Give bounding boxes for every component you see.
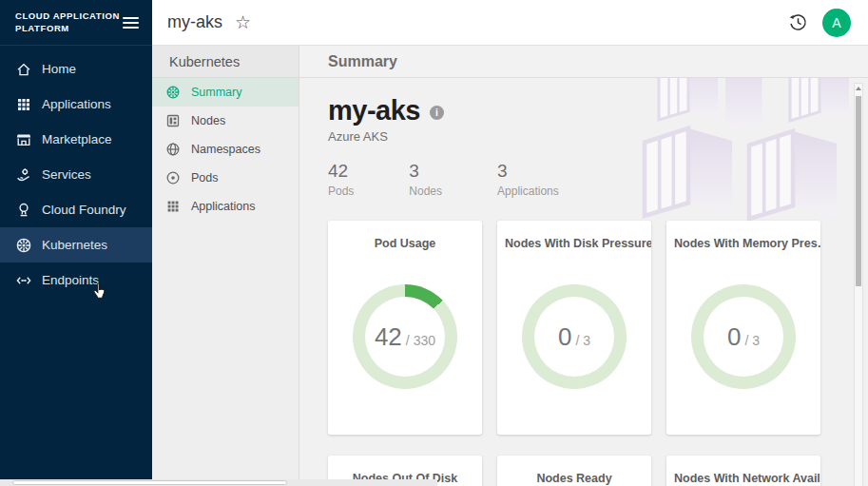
subnav-item-label: Summary xyxy=(191,86,241,99)
sidebar-item-label: Marketplace xyxy=(42,132,112,146)
history-icon[interactable] xyxy=(788,12,808,32)
stat-nodes: 3 Nodes xyxy=(409,161,442,198)
subnav-item-pods[interactable]: Pods xyxy=(152,164,299,192)
grid-icon xyxy=(165,199,181,214)
avatar-initial: A xyxy=(832,15,840,30)
stat-applications: 3 Applications xyxy=(497,161,559,198)
summary-content: my-aks i Azure AKS 42 Pods 3 Nodes 3 App… xyxy=(299,78,868,486)
sidebar-item-kubernetes[interactable]: Kubernetes xyxy=(0,227,152,262)
subnav-item-label: Pods xyxy=(191,171,219,185)
kubernetes-subnav: Kubernetes Summary Nodes Namespaces Pods… xyxy=(152,46,299,486)
sidebar-item-label: Services xyxy=(42,167,91,182)
logo-band: CLOUD APPLICATION PLATFORM xyxy=(0,0,152,46)
stat-value: 42 xyxy=(328,161,354,182)
sidebar-item-label: Cloud Foundry xyxy=(42,203,126,217)
cluster-stats: 42 Pods 3 Nodes 3 Applications xyxy=(299,161,868,198)
hamburger-menu-icon[interactable] xyxy=(123,14,139,31)
donut-value: 42 xyxy=(375,322,402,352)
logo-line2: PLATFORM xyxy=(15,23,120,34)
sidebar-item-label: Kubernetes xyxy=(42,238,107,252)
stat-value: 3 xyxy=(497,161,559,182)
vertical-scrollbar-thumb[interactable] xyxy=(856,96,861,286)
donut-value: 0 xyxy=(727,322,741,352)
subnav-item-nodes[interactable]: Nodes xyxy=(152,107,299,135)
info-icon[interactable]: i xyxy=(430,106,444,120)
endpoint-title: my-aks xyxy=(167,12,222,32)
donut-total: 330 xyxy=(414,333,435,348)
sidebar-item-cloud-foundry[interactable]: Cloud Foundry xyxy=(0,192,152,227)
card-nodes-ready: Nodes Ready xyxy=(497,456,651,486)
stat-label: Applications xyxy=(497,185,559,198)
card-pod-usage: Pod Usage 42 / 330 xyxy=(328,221,482,435)
pod-usage-donut-chart: 42 / 330 xyxy=(353,284,457,389)
donut-total: 3 xyxy=(752,333,760,348)
scroll-up-arrow-icon[interactable] xyxy=(856,87,861,90)
topbar-actions: A xyxy=(788,9,851,37)
home-icon xyxy=(15,61,32,78)
grid-icon xyxy=(15,96,32,113)
card-title: Nodes With Memory Pres… xyxy=(666,237,820,250)
card-title: Nodes Ready xyxy=(497,472,651,485)
card-title: Pod Usage xyxy=(328,237,482,250)
subnav-title: Kubernetes xyxy=(152,46,299,78)
cloud-foundry-icon xyxy=(15,202,32,219)
subnav-item-label: Nodes xyxy=(191,114,225,127)
subnav-item-label: Applications xyxy=(191,200,255,213)
horizontal-scrollbar-thumb[interactable] xyxy=(12,480,287,485)
card-memory-pressure: Nodes With Memory Pres… 0 / 3 xyxy=(666,221,820,435)
sidebar-item-label: Endpoints xyxy=(42,273,99,287)
card-title: Nodes With Disk Pressure xyxy=(497,237,651,250)
cluster-name: my-aks xyxy=(328,95,420,126)
favorite-star-icon[interactable]: ☆ xyxy=(235,13,251,31)
metric-cards-grid: Pod Usage 42 / 330 Nodes With Disk Press… xyxy=(299,221,828,486)
horizontal-scrollbar[interactable] xyxy=(0,479,437,486)
page-toolbar: Summary xyxy=(299,46,868,78)
app-logo: CLOUD APPLICATION PLATFORM xyxy=(15,10,120,34)
node-chip-icon xyxy=(165,113,181,128)
card-disk-pressure: Nodes With Disk Pressure 0 / 3 xyxy=(497,221,651,435)
stat-label: Pods xyxy=(328,185,354,198)
hand-gear-icon xyxy=(15,166,32,184)
kubernetes-wheel-icon xyxy=(15,237,32,254)
sidebar-item-label: Applications xyxy=(42,97,111,111)
subnav-item-label: Namespaces xyxy=(191,143,260,156)
donut-total: 3 xyxy=(583,333,590,348)
stat-label: Nodes xyxy=(409,185,442,198)
card-title: Nodes With Network Avail… xyxy=(666,472,820,485)
endpoints-icon xyxy=(15,272,32,289)
cluster-type: Azure AKS xyxy=(328,129,868,144)
user-avatar[interactable]: A xyxy=(822,9,851,37)
storefront-icon xyxy=(15,131,32,148)
logo-line1: CLOUD APPLICATION xyxy=(15,10,120,22)
sidebar-item-label: Home xyxy=(42,62,76,76)
sidebar-item-applications[interactable]: Applications xyxy=(0,87,152,122)
cluster-header: my-aks i Azure AKS xyxy=(299,78,868,144)
page-title: Summary xyxy=(328,53,397,70)
top-header: my-aks ☆ A xyxy=(152,0,868,46)
stat-value: 3 xyxy=(409,161,442,182)
primary-nav: Home Applications Marketplace Services C… xyxy=(0,46,152,298)
primary-sidebar: CLOUD APPLICATION PLATFORM Home Applicat… xyxy=(0,0,152,479)
sidebar-item-services[interactable]: Services xyxy=(0,157,152,192)
stat-pods: 42 Pods xyxy=(328,161,354,198)
pod-icon xyxy=(165,170,181,185)
disk-pressure-donut-chart: 0 / 3 xyxy=(522,284,627,389)
subnav-item-applications[interactable]: Applications xyxy=(152,192,299,221)
sidebar-item-endpoints[interactable]: Endpoints xyxy=(0,262,152,298)
sidebar-item-home[interactable]: Home xyxy=(0,51,152,87)
sidebar-item-marketplace[interactable]: Marketplace xyxy=(0,122,152,157)
globe-icon xyxy=(165,142,181,157)
memory-pressure-donut-chart: 0 / 3 xyxy=(691,284,796,389)
subnav-item-namespaces[interactable]: Namespaces xyxy=(152,135,299,164)
vertical-scrollbar[interactable] xyxy=(854,83,863,486)
kubernetes-wheel-icon xyxy=(165,85,181,100)
donut-value: 0 xyxy=(558,322,571,352)
subnav-item-summary[interactable]: Summary xyxy=(152,78,299,107)
card-network-available: Nodes With Network Avail… xyxy=(666,456,820,486)
